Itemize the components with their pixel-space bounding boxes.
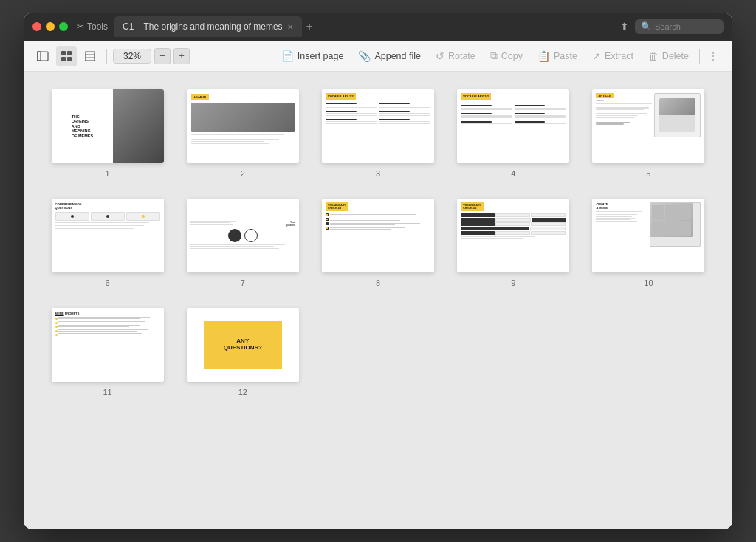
page-thumbnail[interactable]: MEME PROMPTS [52,308,164,382]
list-view-button[interactable] [80,46,100,66]
page-number: 1 [106,169,110,178]
toolbar-actions: 📄 Insert page 📎 Append file ↺ Rotate ⧉ C… [274,46,724,66]
insert-page-icon: 📄 [281,50,294,62]
paste-label: Paste [554,51,577,61]
page-item[interactable]: VOCABULARYCHECK 3/2 [453,199,574,287]
page-number: 4 [511,169,515,178]
svg-rect-5 [67,57,72,61]
page-item[interactable]: MEME PROMPTS [47,308,168,397]
page-item[interactable]: ANYQUESTIONS? 12 [182,308,303,397]
tab-bar: C1 – The origins and meaning of memes ✕ … [114,16,620,37]
page-item[interactable]: ARTICLE Summary [588,89,709,178]
rotate-button[interactable]: ↺ Rotate [428,47,483,65]
page-thumbnail[interactable]: VOCABULARYCHECK 3/2 [457,199,569,272]
rotate-icon: ↺ [436,50,444,62]
page-number: 5 [646,169,650,178]
scissors-icon: ✂ [77,21,84,32]
page-thumbnail[interactable]: VOCABULARY 1/2 [322,89,434,163]
page-thumbnail[interactable]: CREATEA MEME [592,199,704,272]
tools-menu[interactable]: ✂ Tools [77,21,108,32]
page-number: 8 [376,278,380,287]
search-icon: 🔍 [641,21,652,32]
copy-button[interactable]: ⧉ Copy [483,47,530,65]
svg-rect-3 [67,51,72,55]
page-number: 7 [241,278,245,287]
extract-button[interactable]: ↗ Extract [585,47,641,65]
page-thumbnail[interactable]: LEAD-IN [187,89,299,163]
toolbar-left: 32% − + [32,46,190,66]
new-tab-button[interactable]: + [306,20,313,33]
svg-rect-2 [61,51,66,55]
tools-label: Tools [87,21,108,32]
copy-label: Copy [501,51,523,61]
page-item[interactable]: COMPREHENSIONQUESTIONS [47,199,168,287]
page-item[interactable]: LEAD-IN 2 [182,89,303,178]
search-placeholder: Search [655,22,681,31]
zoom-out-button[interactable]: − [154,48,171,64]
separator-1 [106,49,107,64]
titlebar-right: ⬆ 🔍 Search [620,19,724,34]
page-thumbnail[interactable]: YourQuestion [187,199,299,272]
svg-rect-1 [37,52,48,61]
share-icon[interactable]: ⬆ [620,21,629,32]
page-item[interactable]: VOCABULARY 3/2 [453,89,574,178]
pages-grid: THEORIGINSANDMEANINGOF MEMES 1 LEAD-IN [47,89,709,397]
zoom-level: 32% [113,49,151,64]
delete-button[interactable]: 🗑 Delete [641,47,696,65]
page-number: 2 [241,169,245,178]
page-number: 10 [644,278,653,287]
app-window: ✂ Tools C1 – The origins and meaning of … [24,13,732,529]
search-bar[interactable]: 🔍 Search [635,19,724,34]
page-thumbnail[interactable]: VOCABULARYCHECK 1/2 [322,199,434,272]
page-item[interactable]: CREATEA MEME [588,199,709,287]
tab-main[interactable]: C1 – The origins and meaning of memes ✕ [114,16,302,37]
append-file-icon: 📎 [358,50,371,62]
page-number: 9 [511,278,515,287]
page-thumbnail[interactable]: VOCABULARY 3/2 [457,89,569,163]
zoom-in-button[interactable]: + [173,48,190,64]
titlebar: ✂ Tools C1 – The origins and meaning of … [24,13,732,41]
page-thumbnail[interactable]: ARTICLE Summary [592,89,704,163]
append-file-label: Append file [374,51,421,61]
sidebar-toggle-button[interactable] [32,46,53,66]
tab-label: C1 – The origins and meaning of memes [123,21,283,32]
insert-page-label: Insert page [298,51,344,61]
traffic-lights [32,22,68,31]
page-thumbnail[interactable]: ANYQUESTIONS? [187,308,299,382]
toolbar: 32% − + 📄 Insert page 📎 Append file ↺ Ro… [24,41,732,72]
page-number: 11 [103,388,111,397]
page-thumbnail[interactable]: COMPREHENSIONQUESTIONS [52,199,164,272]
maximize-button[interactable] [59,22,68,31]
main-content[interactable]: THEORIGINSANDMEANINGOF MEMES 1 LEAD-IN [24,72,732,529]
append-file-button[interactable]: 📎 Append file [351,47,428,65]
page-item[interactable]: VOCABULARY 1/2 [317,89,438,178]
extract-icon: ↗ [592,50,601,62]
grid-view-button[interactable] [56,46,77,66]
tab-close-icon[interactable]: ✕ [287,23,293,31]
delete-label: Delete [662,51,689,61]
copy-icon: ⧉ [490,49,498,62]
page-number: 3 [376,169,380,178]
paste-button[interactable]: 📋 Paste [530,47,585,65]
page-thumbnail[interactable]: THEORIGINSANDMEANINGOF MEMES [52,89,164,163]
delete-icon: 🗑 [648,50,659,62]
more-options-button[interactable]: ⋮ [703,46,724,66]
page-item[interactable]: THEORIGINSANDMEANINGOF MEMES 1 [47,89,168,178]
rotate-label: Rotate [448,51,475,61]
page-number: 12 [238,388,247,397]
svg-rect-0 [37,52,41,61]
svg-rect-6 [85,52,95,61]
svg-rect-4 [61,57,66,61]
extract-label: Extract [605,51,633,61]
separator-2 [699,49,700,64]
close-button[interactable] [32,22,41,31]
insert-page-button[interactable]: 📄 Insert page [274,47,351,65]
page-number: 6 [106,278,110,287]
paste-icon: 📋 [537,50,550,62]
minimize-button[interactable] [46,22,55,31]
page-item[interactable]: VOCABULARYCHECK 1/2 [317,199,438,287]
page-item[interactable]: YourQuestion 7 [182,199,303,287]
